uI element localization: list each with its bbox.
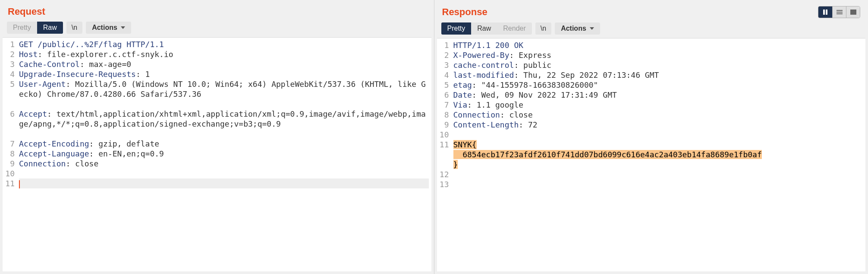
response-gutter: 12345678910111213: [437, 38, 452, 189]
response-editor[interactable]: 12345678910111213 HTTP/1.1 200 OKX-Power…: [437, 38, 866, 271]
response-view-tabs: Pretty Raw Render: [441, 22, 532, 35]
chevron-down-icon: [590, 27, 594, 30]
layout-rows-button[interactable]: [832, 6, 846, 18]
actions-label: Actions: [92, 24, 117, 32]
request-title: Request: [8, 6, 45, 17]
response-code[interactable]: HTTP/1.1 200 OKX-Powered-By: Expresscach…: [452, 38, 866, 189]
response-panel: Response Pretty Raw Render \n Actions 12…: [434, 0, 868, 274]
request-toolbar: Pretty Raw \n Actions: [0, 22, 434, 37]
request-header: Request: [0, 0, 434, 22]
tab-pretty[interactable]: Pretty: [441, 22, 472, 35]
tab-raw[interactable]: Raw: [37, 22, 63, 34]
rows-icon: [837, 10, 843, 14]
actions-label: Actions: [561, 25, 586, 32]
actions-button[interactable]: Actions: [86, 22, 131, 34]
request-panel: Request Pretty Raw \n Actions 1234567891…: [0, 0, 434, 274]
request-gutter: 1234567891011: [3, 38, 17, 188]
tab-pretty[interactable]: Pretty: [7, 22, 37, 34]
request-code[interactable]: GET /public/..%2F/flag HTTP/1.1Host: fil…: [17, 38, 431, 188]
request-view-tabs: Pretty Raw: [7, 22, 63, 34]
tab-raw[interactable]: Raw: [471, 22, 497, 35]
layout-columns-button[interactable]: [818, 6, 832, 18]
chevron-down-icon: [121, 26, 125, 29]
newline-toggle[interactable]: \n: [535, 22, 551, 35]
block-icon: [850, 10, 856, 15]
newline-toggle[interactable]: \n: [66, 22, 82, 34]
layout-single-button[interactable]: [846, 6, 860, 18]
columns-icon: [823, 10, 827, 15]
request-editor[interactable]: 1234567891011 GET /public/..%2F/flag HTT…: [3, 37, 431, 271]
layout-switcher: [818, 6, 860, 18]
actions-button[interactable]: Actions: [555, 22, 600, 35]
response-toolbar: Pretty Raw Render \n Actions: [434, 22, 868, 38]
response-header: Response: [434, 0, 868, 22]
response-title: Response: [442, 6, 487, 18]
tab-render[interactable]: Render: [497, 22, 531, 35]
